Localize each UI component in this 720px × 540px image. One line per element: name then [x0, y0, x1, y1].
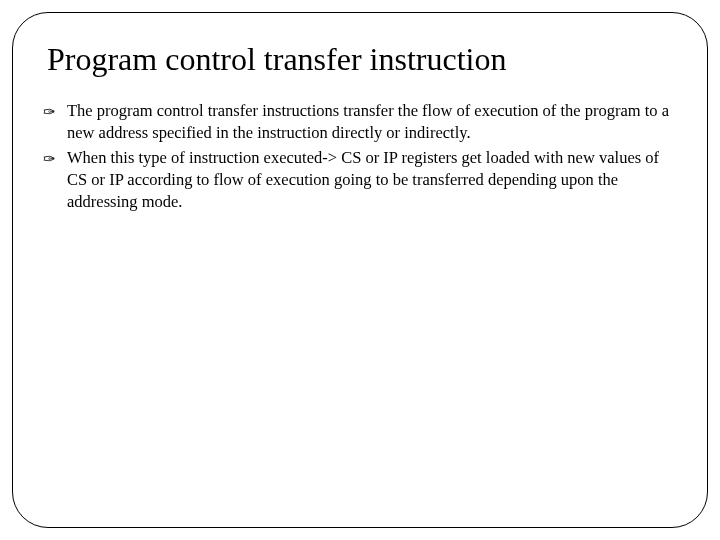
- bullet-icon: ✑: [43, 149, 56, 169]
- bullet-icon: ✑: [43, 102, 56, 122]
- slide-frame: Program control transfer instruction ✑ T…: [12, 12, 708, 528]
- slide-title: Program control transfer instruction: [47, 41, 679, 78]
- list-item: ✑ When this type of instruction executed…: [43, 147, 679, 214]
- bullet-text: The program control transfer instruction…: [67, 101, 669, 142]
- bullet-list: ✑ The program control transfer instructi…: [41, 100, 679, 213]
- bullet-text: When this type of instruction executed->…: [67, 148, 659, 212]
- list-item: ✑ The program control transfer instructi…: [43, 100, 679, 145]
